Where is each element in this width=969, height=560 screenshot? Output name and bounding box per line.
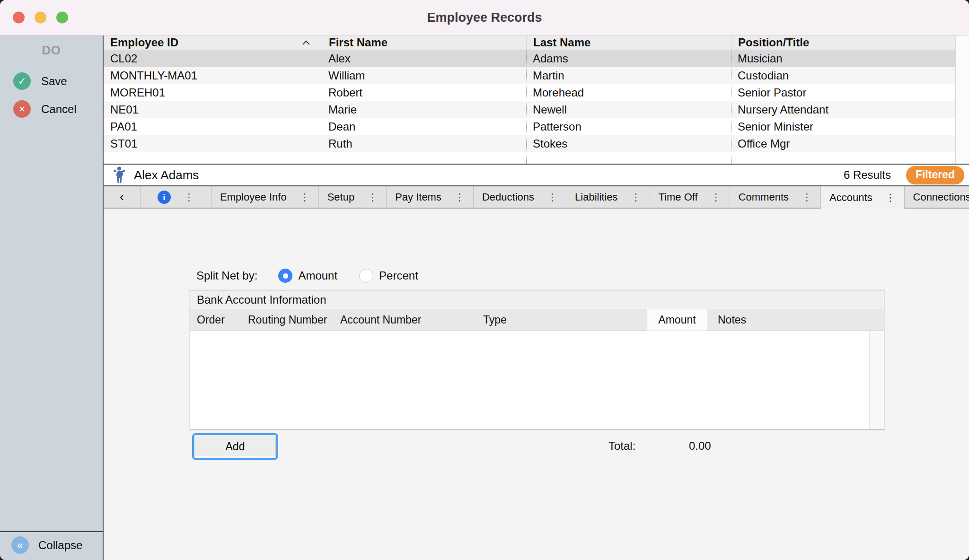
column-header-label: Employee ID: [110, 36, 178, 49]
tab-menu-dots-icon[interactable]: ⋮: [711, 192, 721, 203]
add-account-button[interactable]: Add: [194, 436, 276, 457]
column-header-label: Last Name: [533, 36, 590, 49]
app-window: Employee Records DO Save Cancel Collapse…: [0, 0, 969, 560]
column-header-label: Position/Title: [738, 36, 809, 49]
bank-account-list-scrollbar[interactable]: [869, 331, 884, 429]
employee-row-st01[interactable]: ST01RuthStokesOffice Mgr: [104, 135, 969, 152]
tab-menu-dots-icon[interactable]: ⋮: [547, 192, 557, 203]
tab-deductions[interactable]: Deductions⋮: [474, 186, 566, 209]
tab-connections[interactable]: Connections: [905, 186, 969, 209]
employee-table-scrollbar[interactable]: [955, 35, 969, 164]
employee-cell: Alex: [322, 52, 526, 65]
selected-record-bar: Alex Adams 6 Results Filtered: [104, 165, 969, 186]
minimize-window-button[interactable]: [35, 12, 46, 24]
tabs-scroll-left-button[interactable]: ‹: [104, 186, 141, 209]
results-count: 6 Results: [844, 168, 891, 182]
employee-cell: Robert: [322, 86, 526, 99]
employee-person-icon: [112, 166, 126, 184]
column-header-employee-id[interactable]: Employee ID: [104, 35, 322, 50]
employee-row-monthly-ma01[interactable]: MONTHLY-MA01WilliamMartinCustodian: [104, 67, 969, 84]
radio-unselected-icon[interactable]: [359, 269, 373, 283]
traffic-lights: [13, 12, 68, 24]
tab-pay-items[interactable]: Pay Items⋮: [387, 186, 474, 209]
employee-cell: Martin: [526, 69, 731, 82]
filtered-badge[interactable]: Filtered: [906, 166, 964, 184]
collapse-sidebar-button[interactable]: Collapse: [0, 531, 103, 560]
bank-column-header-notes[interactable]: Notes: [707, 309, 884, 331]
employee-table-body: CL02AlexAdamsMusicianMONTHLY-MA01William…: [104, 50, 969, 164]
total-label: Total:: [608, 439, 635, 453]
column-header-first-name[interactable]: First Name: [322, 35, 526, 50]
collapse-button-label: Collapse: [38, 539, 82, 552]
column-separator: [322, 50, 322, 164]
chevron-left-icon: ‹: [120, 190, 124, 204]
employee-row-ne01[interactable]: NE01MarieNewellNursery Attendant: [104, 101, 969, 118]
bank-account-list[interactable]: [190, 331, 884, 429]
employee-cell: Musician: [731, 52, 969, 65]
employee-cell: William: [322, 69, 526, 82]
close-window-button[interactable]: [13, 12, 25, 24]
save-button[interactable]: Save: [0, 67, 103, 95]
employee-cell: Stokes: [526, 137, 731, 150]
tab-menu-dots-icon[interactable]: ⋮: [886, 192, 896, 203]
tab-liabilities[interactable]: Liabilities⋮: [566, 186, 650, 209]
tab-menu-dots-icon[interactable]: ⋮: [631, 192, 641, 203]
tab-label: Employee Info: [220, 191, 287, 203]
employee-cell: Ruth: [322, 137, 526, 150]
employee-cell: Adams: [526, 52, 731, 65]
bank-column-header-account-number[interactable]: Account Number: [334, 309, 476, 331]
employee-row-moreh01[interactable]: MOREH01RobertMoreheadSenior Pastor: [104, 84, 969, 101]
tab-label: Connections: [913, 191, 969, 203]
tab-comments[interactable]: Comments⋮: [730, 186, 821, 209]
employee-cell: MONTHLY-MA01: [104, 69, 322, 82]
split-option-percent[interactable]: Percent: [359, 269, 418, 283]
tab-menu-dots-icon[interactable]: ⋮: [368, 192, 378, 203]
title-bar: Employee Records: [0, 0, 969, 35]
employee-cell: MOREH01: [104, 86, 322, 99]
tab-menu-dots-icon[interactable]: ⋮: [455, 192, 465, 203]
record-tab-bar: ‹ i⋮Employee Info⋮Setup⋮Pay Items⋮Deduct…: [104, 186, 969, 209]
tab-label: Liabilities: [575, 191, 618, 203]
split-option-amount[interactable]: Amount: [278, 269, 337, 283]
tab-accounts[interactable]: Accounts⋮: [821, 186, 905, 209]
employee-cell: Senior Minister: [731, 120, 969, 133]
employee-cell: Marie: [322, 103, 526, 116]
zoom-window-button[interactable]: [56, 12, 68, 24]
tab-info[interactable]: i⋮: [141, 186, 211, 209]
bank-column-header-type[interactable]: Type: [476, 309, 647, 331]
radio-selected-icon[interactable]: [278, 269, 292, 283]
save-check-icon: [13, 72, 31, 90]
split-net-by-group: Split Net by: AmountPercent: [196, 268, 440, 284]
cancel-button[interactable]: Cancel: [0, 95, 103, 123]
column-header-label: First Name: [329, 36, 388, 49]
bank-column-header-order[interactable]: Order: [190, 309, 241, 331]
tab-menu-dots-icon[interactable]: ⋮: [802, 192, 812, 203]
tab-time-off[interactable]: Time Off⋮: [650, 186, 730, 209]
tab-menu-dots-icon[interactable]: ⋮: [300, 192, 310, 203]
tab-menu-dots-icon[interactable]: ⋮: [184, 192, 194, 203]
bank-column-header-amount[interactable]: Amount: [647, 309, 707, 331]
column-header-last-name[interactable]: Last Name: [526, 35, 731, 50]
tab-label: Setup: [327, 191, 355, 203]
bank-column-header-routing-number[interactable]: Routing Number: [241, 309, 334, 331]
employee-cell: Senior Pastor: [731, 86, 969, 99]
employee-cell: Dean: [322, 120, 526, 133]
employee-cell: PA01: [104, 120, 322, 133]
info-icon: i: [158, 191, 171, 204]
employee-row-pa01[interactable]: PA01DeanPattersonSenior Minister: [104, 118, 969, 135]
accounts-tab-content: Split Net by: AmountPercent Bank Account…: [104, 209, 969, 560]
total-value: 0.00: [689, 439, 711, 453]
tab-employee-info[interactable]: Employee Info⋮: [211, 186, 319, 209]
column-header-position-title[interactable]: Position/Title: [731, 35, 969, 50]
tab-label: Deductions: [482, 191, 534, 203]
split-net-by-label: Split Net by:: [196, 269, 257, 282]
radio-option-label: Percent: [379, 269, 418, 282]
employee-row-cl02[interactable]: CL02AlexAdamsMusician: [104, 50, 969, 67]
tab-setup[interactable]: Setup⋮: [319, 186, 387, 209]
tab-label: Time Off: [659, 191, 698, 203]
tab-label: Accounts: [829, 192, 872, 204]
tab-label: Pay Items: [395, 191, 441, 203]
employee-cell: Newell: [526, 103, 731, 116]
employee-cell: Custodian: [731, 69, 969, 82]
window-title: Employee Records: [427, 10, 542, 25]
